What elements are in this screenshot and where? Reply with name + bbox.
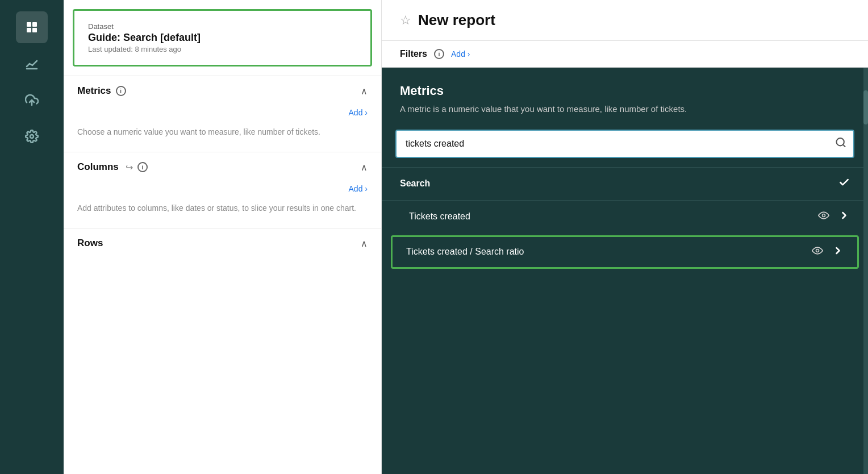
dropdown-description: A metric is a numeric value that you wan… <box>382 103 868 130</box>
dataset-name: Guide: Search [default] <box>88 32 357 44</box>
columns-description: Add attributes to columns, like dates or… <box>64 198 381 228</box>
columns-title: Columns <box>77 161 119 173</box>
columns-chevron: ∧ <box>361 162 368 173</box>
settings-icon[interactable] <box>16 120 48 152</box>
columns-add-link[interactable]: Add › <box>64 182 381 198</box>
metrics-add-link[interactable]: Add › <box>64 106 381 122</box>
svg-rect-3 <box>32 28 37 32</box>
grid-icon[interactable] <box>16 11 48 43</box>
filters-row: Filters i Add › <box>382 41 868 68</box>
chart-icon[interactable] <box>16 48 48 80</box>
rows-section-header[interactable]: Rows ∧ <box>64 228 381 258</box>
tickets-search-ratio-arrow-icon[interactable] <box>832 245 844 259</box>
svg-line-8 <box>843 144 845 147</box>
right-panel: ☆ New report Filters i Add › Metrics A m… <box>382 0 868 474</box>
favorite-star-icon[interactable]: ☆ <box>400 13 411 28</box>
tickets-search-ratio-eye-icon[interactable] <box>812 245 823 259</box>
tickets-search-ratio-label: Tickets created / Search ratio <box>406 247 524 257</box>
search-section-title: Search <box>400 178 430 189</box>
metrics-section-header[interactable]: Metrics i ∧ <box>64 76 381 106</box>
rows-section: Rows ∧ <box>64 228 381 258</box>
metrics-search-input[interactable] <box>395 130 854 158</box>
columns-info-icon[interactable]: i <box>137 162 148 172</box>
refresh-icon: ↪ <box>126 162 133 173</box>
svg-rect-1 <box>32 22 37 27</box>
dropdown-title: Metrics <box>382 68 868 103</box>
metrics-chevron: ∧ <box>361 86 368 97</box>
metrics-section: Metrics i ∧ Add › Choose a numeric value… <box>64 76 381 152</box>
svg-point-10 <box>816 249 819 252</box>
metrics-description: Choose a numeric value you want to measu… <box>64 122 381 152</box>
tickets-created-item[interactable]: Tickets created <box>382 200 868 233</box>
filters-add-link[interactable]: Add › <box>451 49 470 59</box>
report-title: New report <box>418 11 495 29</box>
tickets-created-arrow-icon[interactable] <box>838 210 850 224</box>
tickets-created-label: Tickets created <box>409 211 470 222</box>
search-section-header[interactable]: Search <box>382 168 868 200</box>
tickets-created-eye-icon[interactable] <box>818 210 829 224</box>
svg-point-9 <box>823 214 825 217</box>
dataset-card[interactable]: Dataset Guide: Search [default] Last upd… <box>73 9 372 66</box>
rows-chevron: ∧ <box>361 238 368 249</box>
sidebar <box>0 0 64 474</box>
search-section-chevron <box>838 177 850 191</box>
tickets-created-actions <box>818 210 850 224</box>
columns-section: Columns ↪ i ∧ Add › Add attributes to co… <box>64 152 381 228</box>
report-header: ☆ New report <box>382 0 868 41</box>
svg-rect-2 <box>27 28 31 32</box>
tickets-search-ratio-item[interactable]: Tickets created / Search ratio <box>391 235 859 269</box>
search-result-section: Search Tickets created <box>382 167 868 271</box>
tickets-search-ratio-actions <box>812 245 844 259</box>
scrollbar-track[interactable] <box>863 68 868 474</box>
upload-icon[interactable] <box>16 84 48 116</box>
left-panel: Dataset Guide: Search [default] Last upd… <box>64 0 382 474</box>
filters-label: Filters <box>400 49 427 59</box>
dataset-updated: Last updated: 8 minutes ago <box>88 45 357 53</box>
columns-section-header[interactable]: Columns ↪ i ∧ <box>64 152 381 182</box>
rows-title: Rows <box>77 238 103 249</box>
metrics-info-icon[interactable]: i <box>116 86 126 96</box>
metrics-title: Metrics <box>77 85 111 97</box>
search-icon <box>835 136 846 151</box>
search-container <box>395 130 854 158</box>
scrollbar-thumb[interactable] <box>863 90 868 124</box>
metrics-dropdown-panel: Metrics A metric is a numeric value that… <box>382 68 868 474</box>
svg-point-6 <box>30 135 34 138</box>
dataset-label: Dataset <box>88 22 357 31</box>
svg-rect-0 <box>27 22 31 27</box>
filters-info-icon[interactable]: i <box>434 49 444 59</box>
